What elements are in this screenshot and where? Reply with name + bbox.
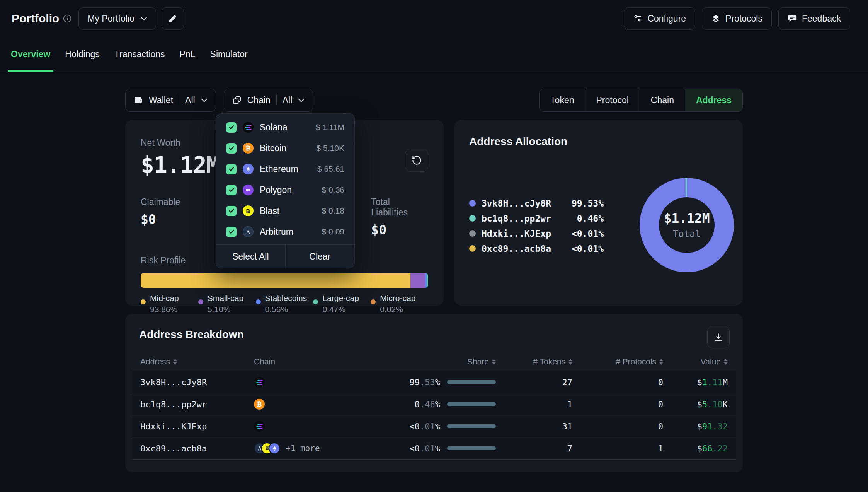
legend-pct: 0.46% — [577, 214, 604, 224]
checkbox-checked[interactable] — [226, 122, 237, 133]
checkbox-checked[interactable] — [226, 164, 237, 174]
row-address: 3vk8H...cJy8R — [140, 378, 254, 387]
chain-option-value: $ 5.10K — [317, 144, 344, 153]
chain-option-ethereum[interactable]: Ethereum $ 65.61 — [216, 159, 354, 179]
risk-legend-item: Small-cap 5.10% — [198, 294, 256, 314]
value-prefix: $ — [697, 400, 702, 409]
share-frac: .01 — [420, 422, 435, 431]
risk-legend-item: Mid-cap 93.86% — [141, 294, 198, 314]
column-label: Share — [467, 357, 489, 366]
checkbox-checked[interactable] — [226, 185, 237, 195]
wallet-filter-button[interactable]: Wallet All — [125, 89, 216, 112]
table-row[interactable]: 0xc89...acb8a B +1 mo — [132, 437, 736, 460]
checkbox-checked[interactable] — [226, 206, 237, 216]
column-header-chain: Chain — [254, 357, 388, 366]
ethereum-icon — [243, 164, 254, 174]
breakdown-title: Address Breakdown — [139, 328, 729, 341]
row-address: 0xc89...acb8a — [140, 444, 254, 453]
share-sign: % — [435, 422, 440, 431]
chain-option-name: Bitcoin — [260, 143, 286, 154]
view-toggle-chain-label: Chain — [651, 95, 674, 106]
chain-filter-button[interactable]: Chain All — [224, 89, 313, 112]
column-label: Value — [701, 357, 721, 366]
row-value: $ 5.10K — [663, 400, 728, 409]
chain-option-arbitrum[interactable]: Arbitrum $ 0.09 — [216, 221, 354, 242]
wallet-filter-label: Wallet — [149, 95, 173, 106]
column-header-address[interactable]: Address — [140, 357, 254, 366]
tab-holdings[interactable]: Holdings — [63, 37, 102, 72]
column-header-share[interactable]: Share — [388, 357, 496, 366]
refresh-button[interactable] — [405, 149, 428, 172]
column-header-tokens[interactable]: # Tokens — [496, 357, 572, 366]
value-frac: .11 — [707, 378, 723, 387]
value-frac: .22 — [712, 444, 728, 453]
legend-name: Stablecoins — [265, 294, 307, 303]
row-protocols: 0 — [572, 422, 663, 431]
chain-option-polygon[interactable]: ∞ Polygon $ 0.36 — [216, 179, 354, 200]
tab-simulator[interactable]: Simulator — [208, 37, 250, 72]
legend-address: Hdxki...KJExp — [482, 229, 551, 239]
share-frac: .01 — [420, 444, 435, 453]
address-allocation-donut: $1.12M Total — [640, 178, 734, 272]
tab-transactions[interactable]: Transactions — [112, 37, 167, 72]
view-toggle-token[interactable]: Token — [540, 89, 585, 111]
legend-pct: <0.01% — [572, 229, 604, 239]
share-bar — [447, 380, 496, 384]
legend-dot — [371, 299, 376, 304]
chain-icon-stack: B — [254, 442, 280, 454]
wallet-icon — [134, 96, 143, 105]
protocols-button[interactable]: Protocols — [702, 7, 772, 30]
feedback-icon — [788, 14, 797, 23]
row-share: <0.01% — [388, 422, 496, 431]
download-button[interactable] — [707, 326, 730, 348]
tab-overview[interactable]: Overview — [9, 37, 53, 72]
column-header-value[interactable]: Value — [663, 357, 728, 366]
view-toggle-chain[interactable]: Chain — [640, 89, 685, 111]
chain-option-blast[interactable]: B Blast $ 0.18 — [216, 200, 354, 221]
info-icon[interactable] — [63, 14, 71, 23]
configure-button[interactable]: Configure — [624, 7, 695, 30]
table-row[interactable]: bc1q8...pp2wr ₿ 0.46% 1 0 $ 5.10K — [132, 393, 736, 415]
divider — [179, 95, 179, 105]
chain-filter-value: All — [283, 95, 293, 106]
select-all-button[interactable]: Select All — [216, 245, 285, 268]
edit-portfolio-button[interactable] — [162, 7, 184, 30]
legend-name: Large-cap — [322, 294, 359, 303]
feedback-label: Feedback — [802, 14, 841, 24]
view-toggle-protocol[interactable]: Protocol — [585, 89, 639, 111]
chain-option-value: $ 0.09 — [322, 227, 344, 236]
clear-button[interactable]: Clear — [285, 245, 355, 268]
allocation-legend-item: Hdxki...KJExp <0.01% — [469, 226, 604, 241]
table-row[interactable]: 3vk8H...cJy8R 99.53% 27 0 $ 1.11M — [132, 371, 736, 393]
row-protocols: 1 — [572, 444, 663, 453]
sort-icon — [568, 359, 572, 365]
portfolio-page: Portfolio My Portfolio Configure — [0, 0, 868, 492]
legend-pct: 0.02% — [380, 305, 415, 314]
sort-icon — [724, 359, 728, 365]
tab-pnl[interactable]: PnL — [177, 37, 198, 72]
legend-dot — [256, 299, 261, 304]
checkbox-checked[interactable] — [226, 143, 237, 154]
row-value: $ 66.22 — [663, 444, 728, 453]
legend-name: Small-cap — [208, 294, 243, 303]
more-chains-label: +1 more — [286, 444, 320, 453]
risk-legend-item: Large-cap 0.47% — [313, 294, 371, 314]
dropdown-footer: Select All Clear — [216, 244, 354, 268]
chain-option-solana[interactable]: Solana $ 1.11M — [216, 117, 354, 138]
portfolio-selector[interactable]: My Portfolio — [78, 7, 156, 30]
chain-option-bitcoin[interactable]: ₿ Bitcoin $ 5.10K — [216, 138, 354, 159]
row-tokens: 1 — [496, 400, 572, 409]
share-frac: .53 — [420, 378, 435, 387]
value-prefix: $ — [697, 378, 702, 387]
checkbox-checked[interactable] — [226, 227, 237, 237]
feedback-button[interactable]: Feedback — [778, 7, 850, 30]
legend-pct: 0.47% — [322, 305, 359, 314]
download-icon — [713, 332, 723, 342]
column-header-protocols[interactable]: # Protocols — [572, 357, 663, 366]
chain-option-name: Ethereum — [260, 164, 298, 174]
table-row[interactable]: Hdxki...KJExp <0.01% 31 0 $ 91.32 — [132, 415, 736, 437]
legend-pct: 0.56% — [265, 305, 307, 314]
view-toggle-address[interactable]: Address — [685, 89, 742, 111]
value-int: 66 — [702, 444, 713, 453]
row-tokens: 27 — [496, 378, 572, 387]
